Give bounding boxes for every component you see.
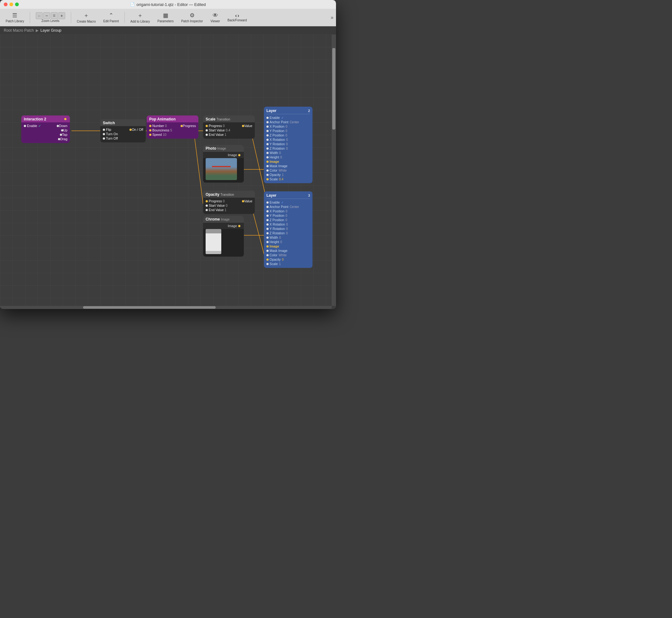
chrome-image-node[interactable]: Chrome Image Image <box>203 216 244 256</box>
layer2-color-row: Color White <box>266 168 310 173</box>
switch-turnoff-row: Turn Off <box>103 136 143 140</box>
zoom-dots-button[interactable]: ·· <box>36 12 43 19</box>
zoom-equal-button[interactable]: = <box>51 12 58 19</box>
parameters-button[interactable]: ▦ Parameters <box>154 11 177 24</box>
layer3-color-dot <box>266 254 269 256</box>
pop-animation-node[interactable]: Pop Animation Number 0 Progress Bouncine… <box>147 115 198 139</box>
zoom-plus-button[interactable]: + <box>58 12 65 19</box>
layer3-width-dot <box>266 236 269 239</box>
edit-parent-button[interactable]: ⌃ Edit Parent <box>100 11 122 24</box>
add-to-library-button[interactable]: ＋ Add to Library <box>127 10 153 24</box>
chrome-body: Image <box>203 223 244 229</box>
horizontal-scrollbar-thumb[interactable] <box>83 306 216 309</box>
layer2-opacity-row: Opacity 1 <box>266 173 310 177</box>
switch-title: Switch <box>103 121 115 125</box>
zoom-minus-button[interactable]: − <box>43 12 50 19</box>
opacity-value-dot <box>242 200 244 202</box>
layer3-enable-row: Enable ✓ <box>266 200 310 205</box>
scale-prog-label: Progress 0 <box>209 124 225 128</box>
photo-header: Photo Image <box>203 145 244 152</box>
viewer-button[interactable]: 👁 Viewer <box>207 11 223 24</box>
scale-prog-dot <box>206 125 208 127</box>
back-forward-button[interactable]: ‹ › Back/Forward <box>225 12 250 23</box>
scale-progress-row: Progress 0 Value <box>206 124 252 128</box>
close-button[interactable] <box>4 3 8 6</box>
scale-value-label: Value <box>244 124 252 128</box>
scale-start-label: Start Value 0.4 <box>209 128 230 132</box>
separator-1 <box>30 12 30 23</box>
patch-library-button[interactable]: ☰ Patch Library <box>3 11 27 24</box>
switch-flip-row: Flip On / Off <box>103 127 143 132</box>
interaction2-node[interactable]: Interaction 2 Enable ✓ Down Up Tap Drag <box>21 115 70 143</box>
layer3-xpos-dot <box>266 210 269 212</box>
maximize-button[interactable] <box>15 3 19 6</box>
layer2-width-dot <box>266 152 269 154</box>
layer3-scale-row: Scale 1 <box>266 262 310 266</box>
layer2-ypos-row: Y Position 0 <box>266 129 310 133</box>
edit-parent-label: Edit Parent <box>104 19 119 23</box>
enable-dot <box>24 125 26 127</box>
scale-node[interactable]: Scale Transition Progress 0 Value Start … <box>203 115 255 139</box>
breadcrumb: Root Macro Patch ▶ Layer Group <box>0 26 336 34</box>
horizontal-scrollbar[interactable] <box>0 306 331 309</box>
vertical-scrollbar-thumb[interactable] <box>332 48 335 129</box>
pop-speed-dot <box>149 134 151 136</box>
breadcrumb-root[interactable]: Root Macro Patch <box>4 28 34 33</box>
layer2-title: Layer <box>266 109 276 113</box>
pop-bounciness-label: Bounciness 5 <box>152 128 172 132</box>
layer2-node[interactable]: Layer 2 Enable ✓ Anchor Point Center X P… <box>264 107 312 183</box>
opacity-body: Progress 0 Value Start Value 0 End Value… <box>203 198 255 214</box>
layer2-height-row: Height 0 <box>266 155 310 160</box>
vertical-scrollbar[interactable] <box>331 34 336 306</box>
flip-dot <box>103 129 105 131</box>
zoom-controls: ·· − = + <box>36 12 65 19</box>
create-macro-button[interactable]: ＋ Create Macro <box>74 10 99 24</box>
onoff-dot <box>129 129 132 131</box>
layer3-zrot-row: Z Rotation 0 <box>266 231 310 235</box>
window-controls[interactable] <box>4 3 19 6</box>
interaction2-up-row: Up <box>24 128 68 132</box>
pop-progress-dot <box>180 125 183 127</box>
opacity-start-row: Start Value 0 <box>206 203 252 208</box>
scale-start-dot <box>206 129 208 131</box>
layer3-yrot-dot <box>266 228 269 230</box>
layer2-image-row: Image <box>266 160 310 164</box>
layer3-color-row: Color White <box>266 253 310 257</box>
pop-number-row: Number 0 Progress <box>149 124 196 128</box>
layer2-enable-row: Enable ✓ <box>266 115 310 120</box>
layer2-zpos-dot <box>266 134 269 136</box>
layer2-xrot-dot <box>266 139 269 141</box>
viewer-label: Viewer <box>210 19 220 23</box>
opacity-node[interactable]: Opacity Transition Progress 0 Value Star… <box>203 191 255 214</box>
turnoff-label: Turn Off <box>106 136 118 140</box>
layer3-ypos-row: Y Position 0 <box>266 213 310 218</box>
layer3-scale-dot <box>266 263 269 265</box>
layer2-header: Layer 2 <box>266 109 310 114</box>
minimize-button[interactable] <box>9 3 13 6</box>
viewer-icon: 👁 <box>213 12 218 19</box>
layer3-anchor-dot <box>266 206 269 208</box>
scale-header: Scale Transition <box>203 115 255 122</box>
layer2-scale-row: Scale 0.4 <box>266 177 310 181</box>
chrome-out-dot <box>238 225 240 227</box>
opacity-value-label: Value <box>244 199 252 203</box>
interaction2-body: Enable ✓ Down Up Tap Drag <box>21 122 70 143</box>
svg-line-5 <box>194 131 203 204</box>
layer2-enable-dot <box>266 117 269 119</box>
layer2-color-dot <box>266 170 269 172</box>
window-title: 📄 origami-tutorial-1.qtz - Editor — Edit… <box>130 2 206 7</box>
scale-subtitle: Transition <box>217 118 230 121</box>
document-icon: 📄 <box>130 2 135 7</box>
layer3-height-dot <box>266 241 269 243</box>
layer2-xpos-dot <box>266 125 269 128</box>
layer3-node[interactable]: Layer 3 Enable ✓ Anchor Point Center X P… <box>264 191 312 268</box>
canvas-area[interactable]: Interaction 2 Enable ✓ Down Up Tap Drag <box>0 34 336 309</box>
patch-inspector-button[interactable]: ⚙ Patch Inspector <box>178 11 206 24</box>
switch-node[interactable]: Switch Flip On / Off Turn On Turn Off <box>100 119 146 142</box>
layer2-num: 2 <box>308 109 310 113</box>
forward-icon: › <box>238 13 239 18</box>
photo-image-node[interactable]: Photo Image Image <box>203 145 244 183</box>
layer3-yrot-row: Y Rotation 0 <box>266 226 310 231</box>
interaction2-enable-row: Enable ✓ Down <box>24 124 68 128</box>
expand-toolbar-button[interactable]: » <box>331 15 333 20</box>
